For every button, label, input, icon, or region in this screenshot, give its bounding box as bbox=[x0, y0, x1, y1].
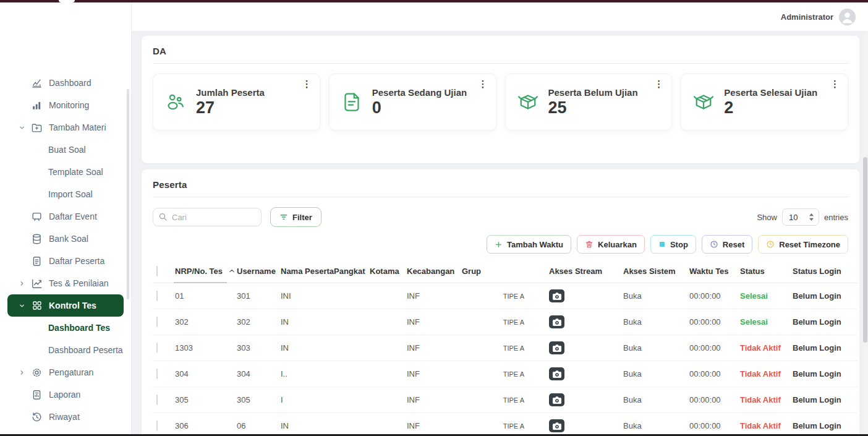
stat-card-label: Peserta Sedang Ujian bbox=[372, 87, 467, 98]
column-header-akses-sistem: Akses Sistem bbox=[619, 260, 686, 283]
camera-icon[interactable] bbox=[549, 289, 564, 302]
cell-akses-stream bbox=[545, 283, 619, 309]
camera-icon[interactable] bbox=[549, 393, 564, 406]
keluarkan-button[interactable]: Keluarkan bbox=[577, 235, 645, 254]
sidebar: Dashboard Monitoring Tambah Materi Buat … bbox=[0, 2, 132, 436]
cell-status-login: Belum Login bbox=[789, 413, 858, 436]
sidebar-item-dashboard-peserta[interactable]: Dashboard Peserta bbox=[0, 339, 131, 361]
reset-timezone-button[interactable]: Reset Timezone bbox=[758, 235, 848, 254]
chevron-down-icon bbox=[19, 124, 31, 131]
window-top-edge bbox=[0, 0, 868, 2]
user-menu[interactable]: Administrator bbox=[781, 12, 833, 22]
cell-pangkat bbox=[330, 387, 366, 413]
sidebar-item-monitoring[interactable]: Monitoring bbox=[0, 94, 131, 116]
stop-square-icon bbox=[658, 241, 666, 248]
row-checkbox[interactable] bbox=[156, 395, 158, 405]
cell-nama: INI bbox=[277, 283, 330, 309]
sidebar-item-laporan[interactable]: Laporan bbox=[0, 383, 131, 406]
sidebar-item-riwayat[interactable]: Riwayat bbox=[0, 406, 131, 428]
sidebar-scrollbar[interactable] bbox=[127, 89, 129, 299]
cell-kecabangan: INF bbox=[403, 361, 458, 387]
button-label: Reset bbox=[723, 240, 744, 249]
database-icon bbox=[31, 233, 43, 245]
stat-card-label: Peserta Belum Ujian bbox=[548, 87, 638, 98]
cell-akses-sistem: Buka bbox=[619, 361, 686, 387]
sidebar-item-buat-soal[interactable]: Buat Soal bbox=[0, 139, 131, 161]
peserta-title: Peserta bbox=[153, 179, 848, 190]
cell-nrp: 304 bbox=[171, 361, 233, 387]
search-box bbox=[153, 208, 262, 226]
cell-nama: IN bbox=[277, 309, 330, 335]
cell-grup: TIPE A bbox=[458, 387, 545, 413]
camera-icon[interactable] bbox=[549, 419, 564, 432]
column-header-nrp[interactable]: NRP/No. Tes bbox=[171, 260, 233, 283]
cell-waktu-tes: 00:00:00 bbox=[686, 413, 736, 436]
button-label: Reset Timezone bbox=[779, 240, 840, 249]
stat-card-label: Jumlah Peserta bbox=[196, 87, 265, 98]
cell-status-login: Belum Login bbox=[789, 283, 858, 309]
peserta-panel: Peserta Filter bbox=[142, 169, 859, 436]
cell-username: 304 bbox=[233, 361, 277, 387]
cell-nrp: 305 bbox=[171, 387, 233, 413]
sidebar-item-label: Daftar Peserta bbox=[49, 256, 104, 266]
cell-pangkat bbox=[330, 283, 366, 309]
page-scrollbar[interactable] bbox=[862, 33, 868, 436]
row-checkbox[interactable] bbox=[156, 421, 158, 431]
cell-kecabangan: INF bbox=[403, 335, 458, 361]
sidebar-item-tes-penilaian[interactable]: Tes & Penilaian bbox=[0, 272, 131, 294]
table-header-row: NRP/No. Tes Username Nama Peserta Pangka… bbox=[153, 260, 858, 283]
cell-nama: IN bbox=[277, 335, 330, 361]
sidebar-item-bank-soal[interactable]: Bank Soal bbox=[0, 228, 131, 250]
cell-status-login: Belum Login bbox=[789, 335, 858, 361]
camera-icon[interactable] bbox=[549, 315, 564, 328]
column-header-grup: Grup bbox=[458, 260, 545, 283]
card-menu-icon[interactable]: ⋮ bbox=[479, 79, 488, 88]
sidebar-item-dashboard-tes[interactable]: Dashboard Tes bbox=[0, 317, 131, 339]
row-checkbox[interactable] bbox=[156, 343, 158, 353]
sidebar-subitem-label: Dashboard Tes bbox=[48, 323, 110, 333]
sidebar-item-pengaturan[interactable]: Pengaturan bbox=[0, 361, 131, 383]
cell-pangkat bbox=[330, 413, 366, 436]
row-checkbox[interactable] bbox=[156, 291, 158, 301]
camera-icon[interactable] bbox=[549, 341, 564, 354]
sidebar-item-template-soal[interactable]: Template Soal bbox=[0, 161, 131, 183]
page-size-value: 10 bbox=[789, 213, 798, 222]
cell-kotama bbox=[366, 309, 403, 335]
reset-button[interactable]: Reset bbox=[702, 235, 752, 254]
sidebar-item-daftar-peserta[interactable]: Daftar Peserta bbox=[0, 250, 131, 272]
sidebar-item-import-soal[interactable]: Import Soal bbox=[0, 183, 131, 205]
cell-akses-stream bbox=[545, 335, 619, 361]
select-all-checkbox[interactable] bbox=[156, 266, 158, 276]
document-lines-icon bbox=[31, 255, 43, 267]
cell-pangkat bbox=[330, 335, 366, 361]
row-checkbox[interactable] bbox=[156, 369, 158, 379]
page-scrollbar-thumb[interactable] bbox=[863, 157, 867, 343]
card-menu-icon[interactable]: ⋮ bbox=[654, 79, 663, 88]
sidebar-item-daftar-event[interactable]: Daftar Event bbox=[0, 205, 131, 228]
avatar[interactable] bbox=[839, 9, 856, 25]
filter-button[interactable]: Filter bbox=[270, 207, 321, 227]
camera-icon[interactable] bbox=[549, 367, 564, 380]
cell-kotama bbox=[366, 283, 403, 309]
cell-kecabangan: INF bbox=[403, 413, 458, 436]
sidebar-item-dashboard[interactable]: Dashboard bbox=[0, 72, 131, 94]
page-size-select[interactable]: 10 bbox=[782, 208, 819, 226]
search-input[interactable] bbox=[153, 208, 262, 226]
button-label: Keluarkan bbox=[598, 240, 637, 249]
cell-waktu-tes: 00:00:00 bbox=[686, 361, 736, 387]
sidebar-item-kontrol-tes[interactable]: Kontrol Tes bbox=[7, 294, 124, 317]
sidebar-item-tambah-materi[interactable]: Tambah Materi bbox=[0, 116, 131, 139]
cell-status-login: Belum Login bbox=[789, 361, 858, 387]
row-checkbox[interactable] bbox=[156, 317, 158, 327]
content-area: DA Jumlah Peserta 27 ⋮ bbox=[132, 31, 868, 436]
column-header-kecabangan: Kecabangan bbox=[403, 260, 458, 283]
grid-icon bbox=[31, 300, 43, 312]
cell-akses-stream bbox=[545, 361, 619, 387]
column-header-pangkat: Pangkat bbox=[330, 260, 366, 283]
stop-button[interactable]: Stop bbox=[650, 235, 696, 254]
tambah-waktu-button[interactable]: Tambah Waktu bbox=[487, 235, 571, 254]
sidebar-subitem-label: Import Soal bbox=[48, 189, 93, 199]
card-menu-icon[interactable]: ⋮ bbox=[830, 79, 840, 88]
sidebar-item-label: Laporan bbox=[49, 390, 80, 400]
card-menu-icon[interactable]: ⋮ bbox=[302, 79, 312, 88]
